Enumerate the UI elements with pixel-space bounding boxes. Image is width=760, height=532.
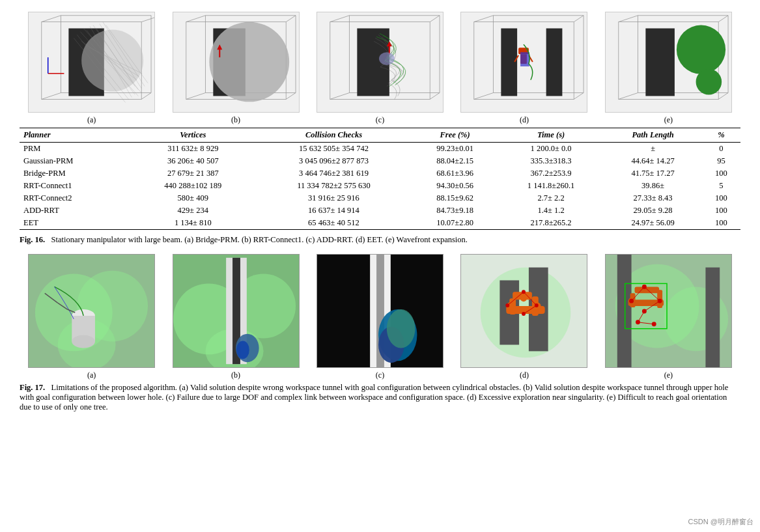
table-cell: 5: [702, 180, 740, 192]
bottom-figures-row: (a) (b): [20, 254, 740, 380]
table-row: PRM311 632± 8 92915 632 505± 354 74299.2…: [20, 143, 740, 156]
fig-a-bottom-label: (a): [87, 371, 96, 380]
figure-a-top: (a): [20, 12, 163, 125]
table-cell: 88.04±2.15: [412, 155, 498, 167]
data-table: Planner Vertices Collision Checks Free (…: [20, 128, 740, 230]
svg-point-98: [236, 341, 249, 359]
table-cell: 29.05± 9.28: [604, 204, 702, 217]
table-cell: 2.7± 2.2: [498, 192, 604, 204]
table-cell: RRT-Connect2: [20, 192, 130, 204]
col-vertices: Vertices: [130, 128, 256, 143]
svg-line-30: [286, 93, 296, 100]
table-cell: 217.8±265.2: [498, 217, 604, 230]
svg-point-87: [72, 335, 96, 348]
table-cell: 3 045 096±2 877 873: [256, 155, 412, 167]
table-cell: 88.15±9.62: [412, 192, 498, 204]
table-cell: 335.3±318.3: [498, 155, 604, 167]
table-cell: 440 288±102 189: [130, 180, 256, 192]
svg-rect-68: [520, 52, 529, 66]
svg-line-54: [474, 16, 494, 22]
svg-point-104: [387, 309, 415, 348]
table-cell: 68.61±3.96: [412, 167, 498, 180]
table-cell: 11 334 782±2 575 630: [256, 180, 412, 192]
fig-b-top-label: (b): [231, 115, 240, 125]
figure-d-bottom-box: [460, 254, 587, 368]
table-cell: 3 464 746±2 381 619: [256, 167, 412, 180]
figure-e-bottom-box: [605, 254, 732, 368]
svg-line-2: [141, 16, 154, 22]
figure-a-bottom-box: [28, 254, 155, 368]
svg-line-43: [430, 93, 440, 100]
svg-line-41: [330, 16, 350, 22]
table-cell: 311 632± 8 929: [130, 143, 256, 156]
svg-line-56: [574, 93, 584, 100]
fig17-num: Fig. 17.: [20, 383, 45, 392]
table-cell: 24.97± 56.09: [604, 217, 702, 230]
col-percent: %: [702, 128, 740, 143]
table-cell: 15 632 505± 354 742: [256, 143, 412, 156]
col-planner: Planner: [20, 128, 130, 143]
table-cell: Bridge-PRM: [20, 167, 130, 180]
fig-c-top-label: (c): [376, 115, 384, 125]
fig17-text: Limitations of the proposed algorithm. (…: [20, 383, 728, 412]
table-cell: 100: [702, 217, 740, 230]
col-collision: Collision Checks: [256, 128, 412, 143]
svg-line-71: [718, 16, 728, 22]
svg-line-42: [430, 16, 440, 22]
svg-line-31: [186, 93, 205, 100]
fig16-caption: Fig. 16. Stationary manipulator with lar…: [20, 235, 740, 245]
col-time: Time (s): [498, 128, 604, 143]
table-row: Bridge-PRM27 679± 21 3873 464 746±2 381 …: [20, 167, 740, 180]
table-row: RRT-Connect2580± 40931 916± 25 91688.15±…: [20, 192, 740, 204]
table-cell: 84.73±9.18: [412, 204, 498, 217]
figure-c-top: (c): [308, 12, 452, 125]
page: (a): [0, 0, 760, 428]
svg-point-119: [522, 312, 526, 316]
table-cell: 16 637± 14 914: [256, 204, 412, 217]
table-cell: 94.30±0.56: [412, 180, 498, 192]
svg-line-44: [330, 93, 350, 100]
table-cell: 27.33± 8.43: [604, 192, 702, 204]
table-row: EET1 134± 81065 463± 40 51210.07±2.80217…: [20, 217, 740, 230]
svg-line-1: [42, 16, 61, 22]
figure-c-bottom: (c): [308, 254, 452, 380]
svg-rect-131: [634, 287, 659, 293]
table-cell: 1 134± 810: [130, 217, 256, 230]
svg-rect-62: [501, 29, 518, 96]
svg-point-80: [696, 69, 722, 95]
fig16-text: Stationary manipulator with large beam. …: [51, 235, 468, 244]
fig16-num: Fig. 16.: [20, 235, 45, 244]
table-cell: 580± 409: [130, 192, 256, 204]
table-cell: 31 916± 25 916: [256, 192, 412, 204]
top-figures-row: (a): [20, 12, 740, 125]
table-cell: PRM: [20, 143, 130, 156]
figure-d-bottom: (d): [452, 254, 596, 380]
table-cell: 41.75± 17.27: [604, 167, 702, 180]
figure-d-top: (d): [452, 12, 596, 125]
table-cell: ±: [604, 143, 702, 156]
table-cell: 1 141.8±260.1: [498, 180, 604, 192]
svg-line-3: [141, 93, 151, 100]
fig-b-bottom-label: (b): [231, 371, 240, 380]
table-cell: 95: [702, 155, 740, 167]
table-cell: 36 206± 40 507: [130, 155, 256, 167]
table-row: ADD-RRT429± 23416 637± 14 91484.73±9.181…: [20, 204, 740, 217]
figure-e-top: (e): [597, 12, 740, 125]
svg-line-70: [619, 16, 638, 22]
table-cell: 0: [702, 143, 740, 156]
table-cell: Gaussian-PRM: [20, 155, 130, 167]
table-cell: EET: [20, 217, 130, 230]
svg-line-29: [286, 16, 296, 22]
table-cell: 367.2±253.9: [498, 167, 604, 180]
fig-a-top-label: (a): [87, 115, 96, 125]
table-cell: 429± 234: [130, 204, 256, 217]
col-free: Free (%): [412, 128, 498, 143]
table-cell: 100: [702, 192, 740, 204]
figure-a-box: [28, 12, 155, 113]
svg-line-28: [186, 16, 205, 22]
fig-e-top-label: (e): [664, 115, 673, 125]
table-cell: 100: [702, 204, 740, 217]
table-cell: RRT-Connect1: [20, 180, 130, 192]
table-cell: 44.64± 14.27: [604, 155, 702, 167]
svg-line-72: [718, 93, 728, 100]
